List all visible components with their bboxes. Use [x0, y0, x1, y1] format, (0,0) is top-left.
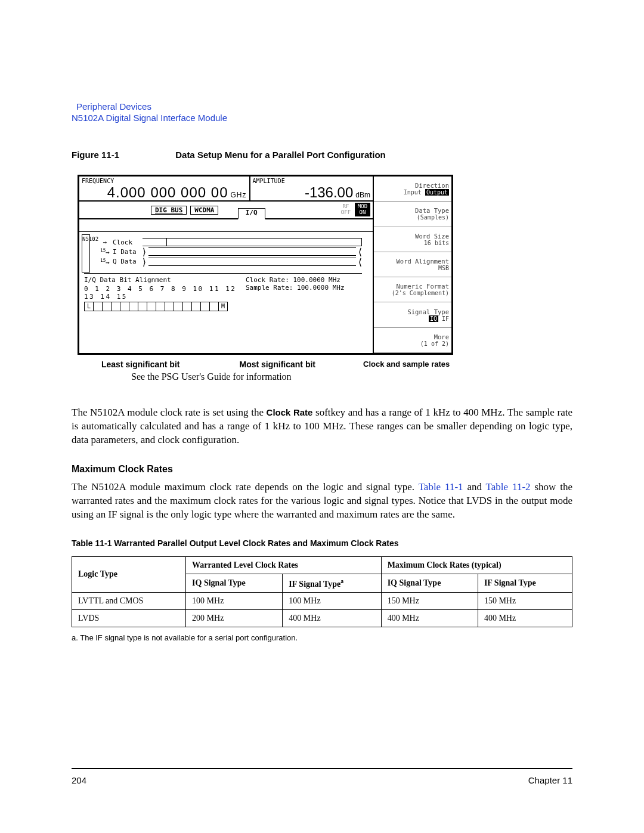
figure-caption: Figure 11-1 Data Setup Menu for a Parall…	[72, 150, 572, 160]
rf-state: RFOFF	[338, 203, 354, 216]
frequency-readout: FREQUENCY 4.000 000 000 00GHz	[79, 176, 250, 200]
table-caption: Table 11-1 Warranted Parallel Output Lev…	[72, 538, 572, 548]
clock-signal-label: Clock	[113, 239, 143, 246]
table-row: LVTTL and CMOS 100 MHz 100 MHz 150 MHz 1…	[72, 593, 572, 610]
th-if-2: IF Signal Type	[478, 574, 572, 593]
table-ref-link[interactable]: Table 11-1	[419, 481, 463, 493]
clock-rate-softkey-ref: Clock Rate	[267, 407, 313, 417]
instrument-screenshot: FREQUENCY 4.000 000 000 00GHz AMPLITUDE …	[78, 175, 453, 382]
chapter-label: Chapter 11	[528, 775, 572, 785]
dig-bus-indicator: DIG BUS	[151, 206, 187, 215]
th-iq-2: IQ Signal Type	[381, 574, 478, 593]
wcdma-indicator: WCDMA	[190, 206, 218, 215]
softkey-signal-type[interactable]: Signal Type IQ IF	[374, 302, 451, 327]
softkey-word-size[interactable]: Word Size 16 bits	[374, 227, 451, 252]
frequency-unit: GHz	[231, 191, 247, 199]
clock-rates-table: Logic Type Warranted Level Clock Rates M…	[72, 556, 572, 628]
mod-state: MODON	[355, 203, 370, 216]
callout-msb: Most significant bit	[239, 360, 315, 369]
th-if-1: IF Signal Typea	[283, 574, 381, 593]
section-heading: Maximum Clock Rates	[72, 464, 572, 475]
bit-alignment-boxes: LM	[84, 302, 240, 311]
bit-alignment-title: I/Q Data Bit Alignment	[84, 276, 240, 284]
frequency-label: FREQUENCY	[82, 178, 247, 184]
signal-diagram: N5102 →Clock 15→I Data 15→Q Data I/Q Dat…	[79, 232, 373, 353]
clock-rate-value: Clock Rate: 100.0000 MHz	[246, 276, 362, 284]
paragraph-1: The N5102A module clock rate is set usin…	[72, 406, 572, 447]
module-label: N5102	[82, 234, 90, 272]
table-row: LVDS 200 MHz 400 MHz 400 MHz 400 MHz	[72, 610, 572, 627]
amplitude-unit: dBm	[355, 191, 370, 199]
amplitude-value: -136.00	[305, 184, 353, 200]
callout-rates: Clock and sample rates	[363, 360, 450, 369]
document-page: Peripheral Devices N5102A Digital Signal…	[0, 0, 644, 833]
figure-number: Figure 11-1	[72, 150, 119, 160]
amplitude-label: AMPLITUDE	[253, 178, 371, 184]
softkey-data-type[interactable]: Data Type (Samples)	[374, 202, 451, 227]
frequency-value: 4.000 000 000 00	[107, 184, 228, 200]
page-number: 204	[72, 775, 86, 785]
softkey-more[interactable]: More (1 of 2)	[374, 328, 451, 353]
q-data-label: Q Data	[113, 258, 143, 265]
breadcrumb-sub: N5102A Digital Signal Interface Module	[72, 113, 572, 123]
iq-tab[interactable]: I/Q	[238, 208, 265, 219]
th-iq-1: IQ Signal Type	[186, 574, 283, 593]
softkey-word-alignment[interactable]: Word Alignment MSB	[374, 252, 451, 277]
softkey-direction[interactable]: Direction Input Output	[374, 176, 451, 202]
figure-note: See the PSG User's Guide for information	[131, 371, 453, 382]
bit-numbers: 0 1 2 3 4 5 6 7 8 9 10 11 12 13 14 15	[84, 285, 240, 301]
i-data-label: I Data	[113, 248, 143, 256]
table-ref-link[interactable]: Table 11-2	[486, 481, 531, 493]
softkey-numeric-format[interactable]: Numeric Format (2's Complement)	[374, 277, 451, 302]
table-footnote: a. The IF signal type is not available f…	[72, 633, 572, 642]
softkey-panel: Direction Input Output Data Type (Sample…	[374, 176, 451, 353]
status-bar: DIG BUS WCDMA I/Q RFOFF MODON	[79, 202, 373, 219]
figure-title: Data Setup Menu for a Parallel Port Conf…	[175, 150, 386, 160]
paragraph-2: The N5102A module maximum clock rate dep…	[72, 481, 572, 522]
page-footer: 204 Chapter 11	[72, 768, 572, 785]
amplitude-readout: AMPLITUDE -136.00dBm	[250, 176, 373, 200]
callout-lsb: Least significant bit	[101, 360, 179, 369]
th-warranted: Warranted Level Clock Rates	[186, 556, 382, 574]
th-max: Maximum Clock Rates (typical)	[381, 556, 572, 574]
sample-rate-value: Sample Rate: 100.0000 MHz	[246, 284, 362, 292]
breadcrumb-link[interactable]: Peripheral Devices	[76, 101, 572, 112]
th-logic-type: Logic Type	[72, 556, 186, 593]
